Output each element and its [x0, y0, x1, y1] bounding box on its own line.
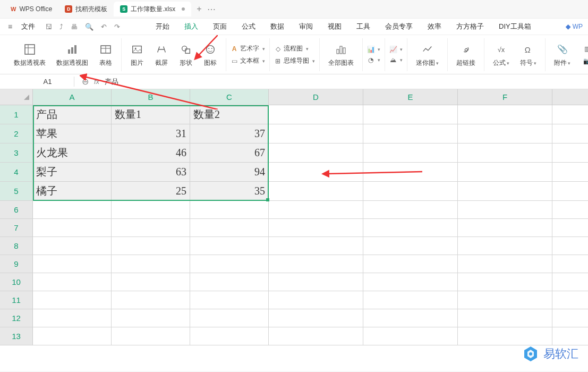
table-button[interactable]: 表格: [96, 43, 116, 67]
formula-input[interactable]: 产品: [105, 77, 118, 87]
cell[interactable]: [363, 237, 458, 255]
cell[interactable]: [552, 237, 588, 255]
row-header-11[interactable]: 11: [0, 291, 33, 309]
print-icon[interactable]: 🖶: [69, 23, 79, 31]
cell[interactable]: 梨子: [33, 163, 112, 182]
cell[interactable]: [33, 201, 112, 219]
cell[interactable]: [363, 309, 458, 327]
cell[interactable]: 苹果: [33, 124, 112, 143]
cell[interactable]: 25: [112, 182, 190, 201]
row-header-3[interactable]: 3: [0, 143, 33, 163]
cell[interactable]: [363, 163, 458, 182]
row-header-7[interactable]: 7: [0, 219, 33, 237]
cell[interactable]: [112, 291, 190, 309]
cell[interactable]: 67: [190, 143, 269, 163]
cell[interactable]: [269, 182, 363, 201]
cell[interactable]: [269, 219, 363, 237]
cell[interactable]: [363, 219, 458, 237]
cell[interactable]: [112, 327, 190, 345]
attachment-button[interactable]: 📎 附件▾: [551, 43, 574, 67]
cell[interactable]: [112, 309, 190, 327]
cell[interactable]: [552, 219, 588, 237]
cell-area[interactable]: 产品数量1数量2苹果3137火龙果4667梨子6394橘子2535: [33, 105, 588, 345]
column-header-C[interactable]: C: [190, 89, 269, 105]
tab-start[interactable]: 开始: [156, 22, 169, 31]
more-tabs-button[interactable]: ⋯: [207, 4, 216, 14]
cell[interactable]: 橘子: [33, 182, 112, 201]
redo-icon[interactable]: ↷: [113, 23, 122, 31]
select-all-corner[interactable]: [0, 89, 33, 105]
tab-tools[interactable]: 工具: [356, 22, 370, 31]
column-header-A[interactable]: A: [33, 89, 112, 105]
cell[interactable]: [363, 201, 458, 219]
cell[interactable]: [190, 327, 269, 345]
cell[interactable]: [552, 291, 588, 309]
row-header-10[interactable]: 10: [0, 273, 33, 291]
cell[interactable]: [363, 291, 458, 309]
cell[interactable]: [269, 124, 363, 143]
cell[interactable]: 35: [190, 182, 269, 201]
tab-efficiency[interactable]: 效率: [428, 22, 441, 31]
cell[interactable]: [33, 309, 112, 327]
cell[interactable]: [552, 273, 588, 291]
tab-formula[interactable]: 公式: [242, 22, 255, 31]
column-header-F[interactable]: F: [458, 89, 552, 105]
cell[interactable]: [269, 255, 363, 273]
cell[interactable]: [112, 219, 190, 237]
cell[interactable]: [552, 105, 588, 124]
cell[interactable]: [190, 219, 269, 237]
undo-icon[interactable]: ↶: [99, 23, 108, 31]
cell[interactable]: [190, 255, 269, 273]
cell[interactable]: 46: [112, 143, 190, 163]
cell[interactable]: [269, 105, 363, 124]
cell[interactable]: [112, 273, 190, 291]
cell[interactable]: 37: [190, 124, 269, 143]
column-header-D[interactable]: D: [269, 89, 363, 105]
row-header-4[interactable]: 4: [0, 163, 33, 182]
cell[interactable]: 数量1: [112, 105, 190, 124]
row-header-5[interactable]: 5: [0, 182, 33, 201]
cell[interactable]: [458, 105, 552, 124]
mindmap-button[interactable]: ⊞思维导图▾: [274, 56, 315, 65]
row-header-12[interactable]: 12: [0, 309, 33, 327]
cell[interactable]: [363, 273, 458, 291]
cell[interactable]: [363, 327, 458, 345]
hyperlink-button[interactable]: 超链接: [453, 43, 479, 67]
picture-button[interactable]: 图片: [127, 43, 147, 67]
add-tab-button[interactable]: +: [197, 4, 201, 14]
cell[interactable]: [552, 143, 588, 163]
cell[interactable]: [458, 163, 552, 182]
zoom-icon[interactable]: ⊖: [82, 77, 89, 87]
pivot-chart-button[interactable]: 数据透视图: [53, 43, 91, 67]
cell[interactable]: [269, 201, 363, 219]
cell[interactable]: [458, 182, 552, 201]
all-charts-button[interactable]: 全部图表: [325, 43, 357, 67]
cell[interactable]: [269, 237, 363, 255]
form-control-button[interactable]: ▥窗体: [583, 44, 588, 53]
tab-insert[interactable]: 插入: [184, 22, 198, 31]
cell[interactable]: 63: [112, 163, 190, 182]
icon-button[interactable]: 图标: [200, 43, 220, 67]
row-header-2[interactable]: 2: [0, 124, 33, 143]
export-icon[interactable]: ⤴: [58, 23, 65, 31]
app-tab-wps[interactable]: W WPS Office: [4, 2, 58, 16]
cell[interactable]: [552, 201, 588, 219]
cell[interactable]: [458, 255, 552, 273]
cell[interactable]: [363, 143, 458, 163]
cell[interactable]: [552, 124, 588, 143]
wordart-button[interactable]: A艺术字▾: [231, 44, 265, 53]
cell[interactable]: [458, 219, 552, 237]
tab-review[interactable]: 审阅: [299, 22, 313, 31]
cell[interactable]: [363, 255, 458, 273]
cell[interactable]: [458, 291, 552, 309]
row-header-8[interactable]: 8: [0, 237, 33, 255]
cell[interactable]: 数量2: [190, 105, 269, 124]
cell[interactable]: [33, 255, 112, 273]
cell[interactable]: [458, 124, 552, 143]
column-header-G[interactable]: G: [552, 89, 588, 105]
cell[interactable]: [269, 143, 363, 163]
cell[interactable]: 产品: [33, 105, 112, 124]
cell[interactable]: [269, 327, 363, 345]
tab-view[interactable]: 视图: [328, 22, 342, 31]
cell[interactable]: [552, 327, 588, 345]
